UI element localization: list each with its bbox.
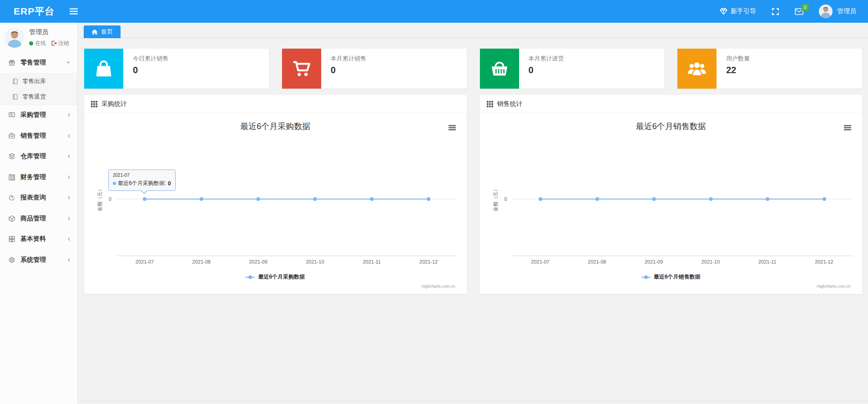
purchase-stats-panel: 采购统计 最近6个月采购数据金额（元）02021-072021-082021-0…: [84, 95, 467, 294]
legend-label: 最近6个月销售数据: [654, 273, 701, 281]
stat-cards-row: 今日累计销售 0 本月累计销售 0 本月累计进货 0: [84, 49, 862, 89]
chevron-left-icon: [67, 216, 71, 221]
stat-text: 用户数量 22: [717, 49, 750, 89]
logout-label: 注销: [58, 40, 69, 47]
chevron-left-icon: [67, 113, 71, 117]
panel-header: 采购统计: [84, 95, 467, 113]
chevron-left-icon: [67, 175, 71, 180]
tab-home-label: 首页: [101, 28, 113, 36]
data-point[interactable]: [427, 197, 430, 201]
person-avatar-icon: [819, 5, 833, 18]
shopping-cart-icon: [282, 49, 321, 89]
data-point[interactable]: [143, 197, 146, 201]
x-axis-label: 2021-08: [183, 259, 220, 264]
th-grid-icon: [91, 101, 97, 107]
data-point[interactable]: [313, 197, 317, 201]
beginner-guide-button[interactable]: 新手引导: [720, 7, 756, 15]
stat-label: 本月累计进货: [529, 55, 564, 63]
x-axis-label: 2021-07: [522, 259, 559, 264]
beginner-guide-label: 新手引导: [731, 7, 756, 15]
sidebar-item-retail-outbound[interactable]: 零售出库: [0, 74, 77, 89]
sidebar-item-basic-data[interactable]: 基本资料: [0, 229, 77, 250]
panel-title: 采购统计: [101, 100, 127, 108]
finance-book-icon: [8, 174, 15, 181]
stat-value: 0: [529, 65, 564, 75]
data-point[interactable]: [200, 197, 203, 201]
panel-title: 销售统计: [497, 100, 523, 108]
sidebar-item-label: 仓库管理: [20, 152, 46, 160]
panel-header: 销售统计: [480, 95, 863, 113]
sidebar-item-system[interactable]: 系统管理: [0, 249, 77, 270]
sidebar-item-purchase[interactable]: 采购管理: [0, 105, 77, 126]
header-user-avatar[interactable]: [819, 5, 833, 18]
sidebar-item-sales[interactable]: 销售管理: [0, 125, 77, 146]
stat-card-month-sales: 本月累计销售 0: [282, 49, 467, 89]
pie-chart-icon: [8, 194, 15, 201]
highcharts-credit-link[interactable]: Highcharts.com.cn: [817, 284, 851, 289]
home-icon: [91, 29, 98, 35]
sidebar-item-retail[interactable]: 零售管理: [0, 52, 77, 73]
sidebar-item-retail-return[interactable]: 零售退货: [0, 89, 77, 105]
logout-button[interactable]: 注销: [51, 40, 69, 47]
retail-submenu: 零售出库 零售退货: [0, 73, 77, 105]
tab-bar: 首页: [78, 23, 868, 38]
hamburger-icon: [69, 8, 78, 15]
shopping-basket-icon: [480, 49, 519, 89]
stat-label: 用户数量: [726, 55, 750, 63]
chevron-left-icon: [67, 134, 71, 138]
x-axis-label: 2021-08: [579, 259, 615, 264]
messages-button[interactable]: 0: [795, 8, 803, 15]
stat-label: 本月累计销售: [331, 55, 366, 63]
main-content: 首页 今日累计销售 0 本月累计销售 0: [78, 23, 868, 404]
tab-home[interactable]: 首页: [84, 25, 121, 38]
data-point[interactable]: [766, 197, 769, 201]
sidebar-toggle-icon[interactable]: [69, 8, 78, 15]
sidebar-item-label: 商品管理: [20, 214, 46, 223]
data-point[interactable]: [823, 197, 826, 201]
line-chart-plot: [480, 113, 863, 294]
x-axis-label: 2021-11: [749, 259, 786, 264]
highcharts-credit-link[interactable]: Highcharts.com.cn: [421, 284, 455, 289]
briefcase-icon: [8, 132, 15, 140]
purchase-chart: 最近6个月采购数据金额（元）02021-072021-082021-092021…: [84, 113, 467, 294]
legend-marker-icon: [246, 274, 255, 280]
stat-value: 0: [331, 65, 366, 75]
layers-icon: [8, 153, 15, 160]
tooltip-date: 2021-07: [113, 173, 171, 178]
online-status-label: 在线: [35, 40, 46, 47]
stat-value: 22: [726, 65, 750, 75]
chart-export-menu-button[interactable]: [844, 124, 851, 132]
data-point[interactable]: [652, 197, 656, 201]
sidebar-item-label: 财务管理: [20, 173, 46, 181]
sidebar-user-info: 管理员 在线 注销: [29, 28, 69, 47]
gear-icon: [8, 256, 15, 264]
data-point[interactable]: [595, 197, 599, 201]
sidebar-item-reports[interactable]: 报表查询: [0, 188, 77, 209]
x-axis-label: 2021-12: [410, 259, 447, 264]
data-point[interactable]: [709, 197, 712, 201]
header-username[interactable]: 管理员: [837, 7, 856, 15]
legend-marker-icon: [641, 274, 651, 280]
legend-item[interactable]: 最近6个月采购数据: [84, 273, 467, 281]
sidebar-item-label: 零售管理: [20, 59, 46, 67]
chart-panels-row: 采购统计 最近6个月采购数据金额（元）02021-072021-082021-0…: [84, 95, 862, 294]
chevron-left-icon: [67, 195, 71, 200]
x-axis-label: 2021-12: [806, 259, 843, 264]
message-count-badge: 0: [802, 4, 809, 11]
x-axis-label: 2021-07: [126, 259, 163, 264]
chart-export-menu-button[interactable]: [449, 124, 456, 132]
gift-icon: [8, 59, 15, 66]
legend-item[interactable]: 最近6个月销售数据: [480, 273, 863, 281]
sidebar-item-warehouse[interactable]: 仓库管理: [0, 146, 77, 167]
sidebar-item-finance[interactable]: 财务管理: [0, 167, 77, 188]
data-point[interactable]: [257, 197, 260, 201]
data-point[interactable]: [539, 197, 542, 201]
x-axis-label: 2021-10: [692, 259, 729, 264]
stat-text: 本月累计进货 0: [519, 49, 564, 89]
top-header: ERP平台 新手引导 0 管理员: [0, 0, 868, 23]
data-point[interactable]: [370, 197, 373, 201]
fullscreen-button[interactable]: [772, 8, 779, 15]
tooltip-series-name: 最近6个月采购数据:: [118, 180, 166, 187]
sidebar-item-label: 采购管理: [20, 111, 46, 119]
sidebar-item-goods[interactable]: 商品管理: [0, 208, 77, 229]
